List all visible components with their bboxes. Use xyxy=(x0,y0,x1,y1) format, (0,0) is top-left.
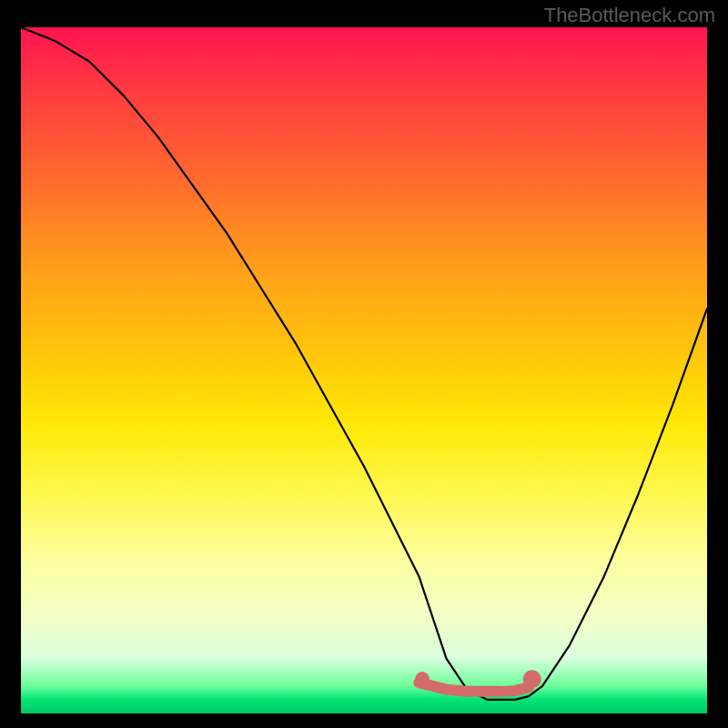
highlight-dot-start xyxy=(415,672,430,686)
highlight-line xyxy=(419,682,529,692)
highlight-dot-end xyxy=(523,670,541,688)
curve-line xyxy=(21,27,707,700)
chart-plot-area xyxy=(21,27,707,713)
chart-svg xyxy=(21,27,707,713)
watermark-label: TheBottleneck.com xyxy=(544,4,715,27)
